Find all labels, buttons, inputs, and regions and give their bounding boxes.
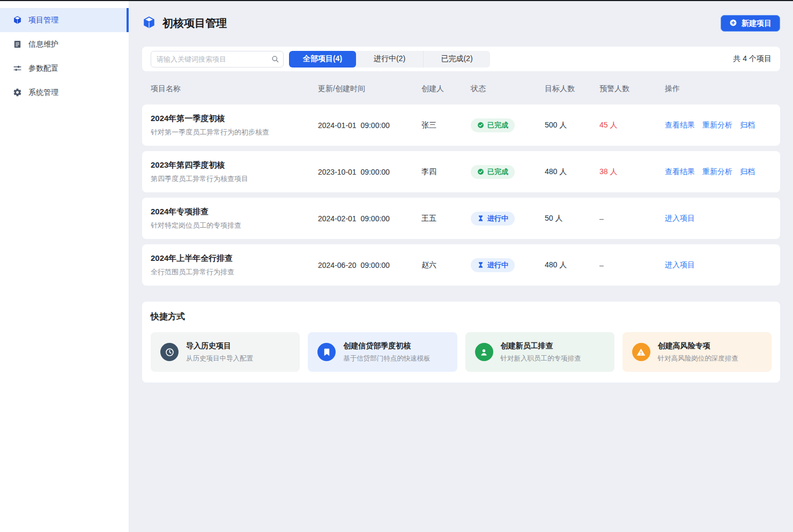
project-row-3: 2024年专项排查 针对特定岗位员工的专项排查 2024-02-01 09:00… xyxy=(142,198,780,239)
table-header: 项目名称更新/创建时间创建人状态目标人数预警人数操作 xyxy=(142,71,780,104)
quick-card-desc: 针对新入职员工的专项排查 xyxy=(501,354,581,363)
project-description: 针对特定岗位员工的专项排查 xyxy=(151,221,318,230)
project-time: 2024-06-20 09:00:00 xyxy=(318,261,421,269)
project-name: 2023年第四季度初核 xyxy=(151,160,318,170)
total-count: 共 4 个项目 xyxy=(733,54,772,64)
project-warning: 38 人 xyxy=(599,167,665,177)
project-actions: 进入项目 xyxy=(665,214,772,223)
project-name: 2024年专项排查 xyxy=(151,207,318,217)
project-actions: 查看结果重新分析归档 xyxy=(665,167,772,177)
filter-tabs: 全部项目(4)进行中(2)已完成(2) xyxy=(289,51,490,68)
sidebar-item-1[interactable]: 项目管理 xyxy=(0,8,129,32)
sidebar-item-4[interactable]: 系统管理 xyxy=(0,80,129,104)
project-name: 2024年第一季度初核 xyxy=(151,114,318,124)
new-project-button[interactable]: 新建项目 xyxy=(721,15,780,32)
column-header-1: 项目名称 xyxy=(151,84,318,94)
column-header-2: 更新/创建时间 xyxy=(318,84,421,94)
project-target: 500 人 xyxy=(545,121,599,130)
bookmark-icon xyxy=(317,343,336,361)
action-link[interactable]: 查看结果 xyxy=(665,167,695,177)
action-link[interactable]: 重新分析 xyxy=(702,167,732,177)
sidebar-item-label: 系统管理 xyxy=(28,88,58,98)
column-header-4: 状态 xyxy=(471,84,545,94)
tab-1[interactable]: 全部项目(4) xyxy=(289,51,356,68)
action-link[interactable]: 进入项目 xyxy=(665,214,695,223)
quick-card-desc: 针对高风险岗位的深度排查 xyxy=(658,354,738,363)
quick-actions-title: 快捷方式 xyxy=(151,311,772,323)
sidebar-item-2[interactable]: 信息维护 xyxy=(0,32,129,56)
status-badge: 进行中 xyxy=(471,258,515,272)
new-project-button-label: 新建项目 xyxy=(742,19,772,28)
sidebar-item-label: 项目管理 xyxy=(28,16,58,25)
search-box xyxy=(151,51,284,68)
check-circle-icon xyxy=(477,122,484,129)
app-root: 项目管理 信息维护 参数配置 系统管理 初核项目管理 新建项目 全部项目(4)进… xyxy=(0,0,793,532)
action-link[interactable]: 归档 xyxy=(740,167,755,177)
quick-card-text: 创建新员工排查 针对新入职员工的专项排查 xyxy=(501,341,581,363)
sidebar: 项目管理 信息维护 参数配置 系统管理 xyxy=(0,0,129,532)
quick-actions-panel: 快捷方式 导入历史项目 从历史项目中导入配置 创建信贷部季度初核 基于信贷部门特… xyxy=(142,302,780,383)
quick-card-desc: 基于信贷部门特点的快速模板 xyxy=(343,354,431,363)
action-link[interactable]: 归档 xyxy=(740,121,755,130)
quick-card-text: 创建高风险专项 针对高风险岗位的深度排查 xyxy=(658,341,738,363)
quick-card-title: 创建高风险专项 xyxy=(658,341,738,351)
main-content: 初核项目管理 新建项目 全部项目(4)进行中(2)已完成(2) 共 4 个项目 … xyxy=(129,0,793,532)
search-input[interactable] xyxy=(151,51,284,68)
project-status-cell: 已完成 xyxy=(471,165,545,179)
project-description: 针对第一季度员工异常行为的初步核查 xyxy=(151,128,318,137)
plus-circle-icon xyxy=(729,19,737,28)
project-name: 2024年上半年全行排查 xyxy=(151,253,318,264)
column-header-7: 操作 xyxy=(665,84,772,94)
project-row-2: 2023年第四季度初核 第四季度员工异常行为核查项目 2023-10-01 09… xyxy=(142,151,780,192)
project-row-1: 2024年第一季度初核 针对第一季度员工异常行为的初步核查 2024-01-01… xyxy=(142,104,780,146)
quick-card-title: 导入历史项目 xyxy=(186,341,253,351)
quick-card-3[interactable]: 创建新员工排查 针对新入职员工的专项排查 xyxy=(465,332,614,372)
check-circle-icon xyxy=(477,168,484,175)
project-status-cell: 进行中 xyxy=(471,212,545,226)
column-header-3: 创建人 xyxy=(421,84,471,94)
project-table-body: 2024年第一季度初核 针对第一季度员工异常行为的初步核查 2024-01-01… xyxy=(142,104,780,286)
project-description: 第四季度员工异常行为核查项目 xyxy=(151,174,318,184)
action-link[interactable]: 查看结果 xyxy=(665,121,695,130)
project-time: 2023-10-01 09:00:00 xyxy=(318,168,421,176)
action-link[interactable]: 重新分析 xyxy=(702,121,732,130)
tab-3[interactable]: 已完成(2) xyxy=(423,51,490,68)
project-description: 全行范围员工异常行为排查 xyxy=(151,267,318,277)
action-link[interactable]: 进入项目 xyxy=(665,260,695,270)
gear-icon xyxy=(13,88,22,97)
project-target: 480 人 xyxy=(545,167,599,177)
project-status-cell: 进行中 xyxy=(471,258,545,272)
sidebar-item-3[interactable]: 参数配置 xyxy=(0,56,129,80)
quick-card-4[interactable]: 创建高风险专项 针对高风险岗位的深度排查 xyxy=(622,332,772,372)
status-badge: 已完成 xyxy=(471,165,515,179)
page-header: 初核项目管理 新建项目 xyxy=(142,0,780,47)
project-target: 50 人 xyxy=(545,214,599,223)
window-top-edge xyxy=(0,0,793,1)
project-row-4: 2024年上半年全行排查 全行范围员工异常行为排查 2024-06-20 09:… xyxy=(142,244,780,286)
user-icon xyxy=(475,343,493,361)
project-name-cell: 2024年第一季度初核 针对第一季度员工异常行为的初步核查 xyxy=(151,114,318,137)
cube-icon xyxy=(13,16,22,25)
sidebar-item-label: 信息维护 xyxy=(28,40,58,49)
column-header-5: 目标人数 xyxy=(545,84,599,94)
project-creator: 赵六 xyxy=(421,260,471,270)
quick-card-2[interactable]: 创建信贷部季度初核 基于信贷部门特点的快速模板 xyxy=(308,332,457,372)
quick-card-1[interactable]: 导入历史项目 从历史项目中导入配置 xyxy=(151,332,300,372)
page-title: 初核项目管理 xyxy=(162,16,227,31)
quick-card-text: 导入历史项目 从历史项目中导入配置 xyxy=(186,341,253,363)
status-badge: 进行中 xyxy=(471,212,515,226)
search-icon[interactable] xyxy=(271,55,279,63)
status-label: 已完成 xyxy=(487,121,508,130)
quick-card-text: 创建信贷部季度初核 基于信贷部门特点的快速模板 xyxy=(343,341,431,363)
project-status-cell: 已完成 xyxy=(471,118,545,132)
project-actions: 查看结果重新分析归档 xyxy=(665,121,772,130)
page-title-wrap: 初核项目管理 xyxy=(142,16,227,31)
tab-2[interactable]: 进行中(2) xyxy=(356,51,423,68)
project-warning: – xyxy=(599,214,665,223)
hourglass-icon xyxy=(477,215,484,222)
project-warning: – xyxy=(599,261,665,269)
status-label: 进行中 xyxy=(487,214,508,223)
project-actions: 进入项目 xyxy=(665,260,772,270)
sidebar-item-label: 参数配置 xyxy=(28,64,58,73)
project-creator: 张三 xyxy=(421,121,471,130)
